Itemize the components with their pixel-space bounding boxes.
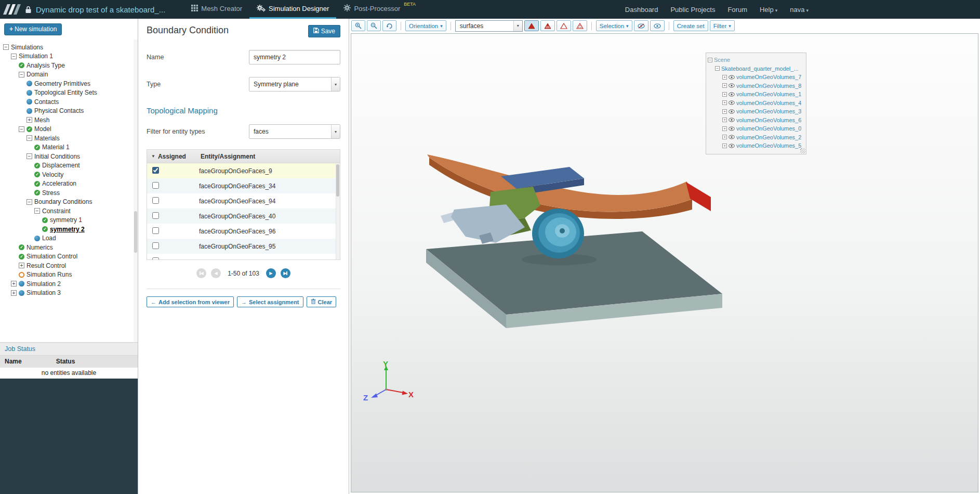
scene-root-item[interactable]: − Scene	[708, 56, 804, 64]
next-page-button[interactable]: ▶	[266, 268, 276, 278]
create-set-button[interactable]: Create set	[673, 20, 708, 31]
tree-item-symmetry-2[interactable]: ✓symmetry 2	[0, 225, 138, 234]
eye-icon[interactable]	[729, 100, 735, 105]
scene-volume-item[interactable]: +volumeOnGeoVolumes_0	[708, 124, 804, 133]
resize-grip[interactable]	[800, 148, 805, 153]
expand-icon[interactable]: +	[722, 135, 727, 139]
filter-dropdown[interactable]: Filter ▾	[710, 20, 735, 31]
assignment-row[interactable]: faceGroupOnGeoFaces_40	[147, 209, 340, 224]
tree-item-initial-conditions[interactable]: −Initial Conditions	[0, 152, 138, 161]
orientation-dropdown[interactable]: Orientation ▾	[405, 20, 446, 31]
assignment-table-scrollbar-thumb[interactable]	[336, 164, 339, 197]
zoom-in-button[interactable]	[351, 20, 365, 31]
collapse-icon[interactable]: −	[19, 126, 24, 132]
zoom-fit-button[interactable]	[367, 20, 381, 31]
save-button[interactable]: Save	[308, 25, 340, 37]
display-mode-select[interactable]: surfaces ▾	[455, 20, 523, 32]
name-input[interactable]	[249, 50, 340, 64]
render-mode-surface-button[interactable]	[524, 20, 539, 31]
render-mode-wireframe-button[interactable]	[557, 20, 571, 31]
sidebar-scrollbar[interactable]	[134, 40, 138, 342]
tree-item-displacement[interactable]: ✓Displacement	[0, 161, 138, 171]
tab-mesh-creator[interactable]: Mesh Creator	[184, 0, 249, 19]
expand-icon[interactable]: +	[722, 92, 727, 97]
hide-selection-button[interactable]	[634, 20, 648, 31]
tree-item-simulation-control[interactable]: ✓Simulation Control	[0, 252, 138, 262]
show-all-button[interactable]	[650, 20, 665, 31]
tree-item-velocity[interactable]: ✓Velocity	[0, 170, 138, 179]
tree-item-geometry-primitives[interactable]: Geometry Primitives	[0, 79, 138, 88]
last-page-button[interactable]: ▶	[281, 268, 290, 278]
scene-volume-item[interactable]: +volumeOnGeoVolumes_5	[708, 141, 804, 150]
assignment-row[interactable]: faceGroupOnGeoFaces_34	[147, 178, 340, 193]
scene-volume-item[interactable]: +volumeOnGeoVolumes_7	[708, 73, 804, 82]
tab-post-processor[interactable]: Post-Processor BETA	[336, 0, 423, 19]
tree-item-numerics[interactable]: ✓Numerics	[0, 243, 138, 252]
skateboard-3d-model[interactable]	[351, 34, 978, 492]
assignment-checkbox[interactable]	[152, 227, 159, 234]
tree-item-stress[interactable]: ✓Stress	[0, 188, 138, 198]
expand-icon[interactable]: +	[27, 117, 32, 123]
selection-dropdown[interactable]: Selection ▾	[596, 20, 632, 31]
assignment-checkbox[interactable]	[152, 197, 159, 204]
scene-volume-item[interactable]: +volumeOnGeoVolumes_4	[708, 99, 804, 108]
eye-icon[interactable]	[729, 75, 735, 80]
collapse-icon[interactable]: −	[27, 135, 32, 141]
eye-icon[interactable]	[729, 83, 735, 88]
tree-item-materials[interactable]: −Materials	[0, 134, 138, 143]
scene-volume-item[interactable]: +volumeOnGeoVolumes_1	[708, 90, 804, 99]
tab-simulation-designer[interactable]: Simulation Designer	[249, 0, 336, 19]
tree-item-boundary-conditions[interactable]: −Boundary Conditions	[0, 198, 138, 207]
expand-icon[interactable]: +	[722, 126, 727, 131]
scene-volume-item[interactable]: +volumeOnGeoVolumes_3	[708, 107, 804, 116]
expand-icon[interactable]: +	[11, 281, 17, 287]
assignment-checkbox[interactable]	[152, 242, 159, 249]
expand-icon[interactable]: +	[722, 118, 727, 122]
top-link-public-projects[interactable]: Public Projects	[670, 6, 715, 14]
sidebar-scrollbar-thumb[interactable]	[134, 211, 137, 253]
collapse-icon[interactable]: −	[27, 153, 32, 159]
viewer-canvas[interactable]: − Scene − Skateboard_quarter_model_... +…	[351, 33, 978, 492]
tree-item-topological-entity-sets[interactable]: Topological Entity Sets	[0, 88, 138, 98]
top-link-dashboard[interactable]: Dashboard	[625, 6, 658, 14]
top-link-help[interactable]: Help▾	[760, 6, 777, 14]
tree-item-domain[interactable]: −Domain	[0, 70, 138, 80]
assignment-checkbox[interactable]	[152, 182, 159, 189]
tree-item-simulations[interactable]: −Simulations	[0, 43, 138, 52]
scene-volume-item[interactable]: +volumeOnGeoVolumes_8	[708, 82, 804, 90]
eye-icon[interactable]	[729, 144, 735, 148]
scene-volume-item[interactable]: +volumeOnGeoVolumes_6	[708, 116, 804, 125]
collapse-icon[interactable]: −	[27, 199, 32, 205]
expand-icon[interactable]: +	[722, 83, 727, 88]
top-link-nava[interactable]: nava▾	[790, 6, 809, 14]
tree-item-simulation-2[interactable]: +Simulation 2	[0, 279, 138, 289]
expand-icon[interactable]: +	[11, 290, 17, 296]
tree-item-constraint[interactable]: −Constraint	[0, 206, 138, 216]
tree-item-physical-contacts[interactable]: Physical Contacts	[0, 107, 138, 116]
first-page-button[interactable]: ◀	[196, 268, 206, 278]
add-selection-from-viewer-button[interactable]: ← Add selection from viewer	[147, 296, 234, 307]
collapse-icon[interactable]: −	[34, 208, 40, 214]
assignment-checkbox[interactable]	[152, 212, 159, 219]
tree-item-model[interactable]: −✓Model	[0, 125, 138, 134]
expand-icon[interactable]: +	[722, 144, 727, 148]
type-select[interactable]: Symmetry plane ▾	[249, 77, 340, 92]
render-mode-points-button[interactable]	[573, 20, 587, 31]
entity-type-filter-select[interactable]: faces ▾	[249, 124, 340, 139]
tree-item-load[interactable]: Load	[0, 234, 138, 243]
assignment-table-scrollbar[interactable]	[336, 164, 340, 259]
tree-item-symmetry-1[interactable]: ✓symmetry 1	[0, 216, 138, 225]
top-link-forum[interactable]: Forum	[727, 6, 747, 14]
render-mode-surface-edges-button[interactable]	[540, 20, 555, 31]
collapse-icon[interactable]: −	[715, 66, 720, 71]
tree-item-analysis-type[interactable]: ✓Analysis Type	[0, 61, 138, 70]
scene-volume-item[interactable]: +volumeOnGeoVolumes_2	[708, 133, 804, 142]
collapse-icon[interactable]: −	[708, 58, 712, 62]
assignment-table-header[interactable]: ▼ Assigned Entity/Assignment	[147, 150, 340, 163]
assignment-checkbox[interactable]	[152, 257, 159, 260]
assignment-row[interactable]: faceGroupOnGeoFaces_94	[147, 193, 340, 209]
simscale-logo[interactable]	[0, 0, 24, 19]
assignment-checkbox[interactable]	[152, 167, 159, 174]
eye-icon[interactable]	[729, 92, 735, 97]
entity-column-header[interactable]: Entity/Assignment	[201, 153, 340, 160]
